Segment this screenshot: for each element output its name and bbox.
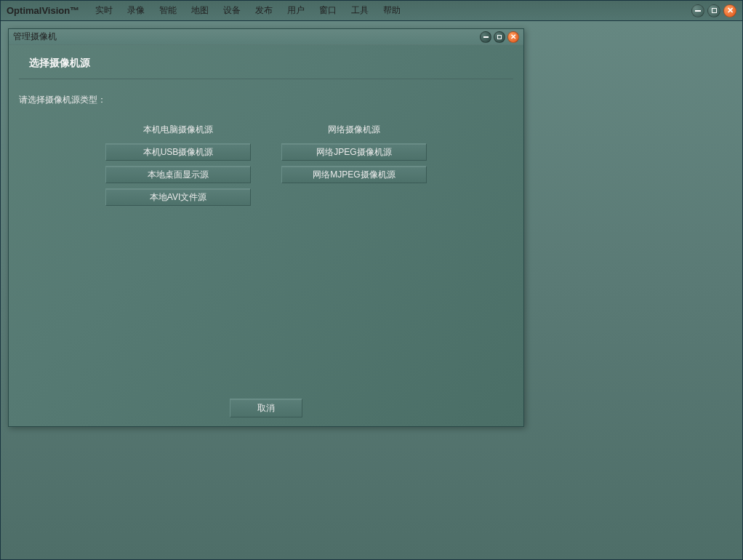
- dialog-content: 请选择摄像机源类型： 本机电脑摄像机源 本机USB摄像机源 本地桌面显示源 本地…: [9, 79, 523, 390]
- maximize-icon: [712, 8, 717, 13]
- menu-intelligence[interactable]: 智能: [152, 4, 184, 17]
- minimize-icon: [483, 36, 489, 38]
- close-icon: ✕: [727, 6, 734, 15]
- menu-map[interactable]: 地图: [184, 4, 216, 17]
- local-usb-camera-button[interactable]: 本机USB摄像机源: [105, 143, 251, 161]
- dialog-maximize-button[interactable]: [494, 31, 505, 43]
- local-column-header: 本机电脑摄像机源: [143, 124, 213, 136]
- menu-realtime[interactable]: 实时: [88, 4, 120, 17]
- source-columns: 本机电脑摄像机源 本机USB摄像机源 本地桌面显示源 本地AVI文件源 网络摄像…: [17, 124, 515, 211]
- maximize-icon: [497, 35, 502, 39]
- cancel-button[interactable]: 取消: [230, 399, 302, 417]
- local-column: 本机电脑摄像机源 本机USB摄像机源 本地桌面显示源 本地AVI文件源: [105, 124, 252, 211]
- dialog-close-button[interactable]: ✕: [507, 31, 519, 43]
- menu-tools[interactable]: 工具: [344, 4, 376, 17]
- local-desktop-display-button[interactable]: 本地桌面显示源: [105, 166, 251, 183]
- app-body: 管理摄像机 ✕ 选择摄像机源: [1, 21, 742, 559]
- dialog-header: 选择摄像机源: [9, 45, 523, 79]
- menu-help[interactable]: 帮助: [376, 4, 408, 17]
- network-jpeg-camera-button[interactable]: 网络JPEG摄像机源: [281, 143, 427, 161]
- app-window: OptimalVision™ 实时 录像 智能 地图 设备 发布 用户 窗口 工…: [0, 0, 743, 560]
- app-minimize-button[interactable]: [691, 4, 704, 17]
- menu-user[interactable]: 用户: [280, 4, 312, 17]
- app-maximize-button[interactable]: [707, 4, 720, 17]
- local-avi-file-button[interactable]: 本地AVI文件源: [105, 188, 251, 206]
- dialog-titlebar: 管理摄像机 ✕: [9, 29, 523, 45]
- title-bar: OptimalVision™ 实时 录像 智能 地图 设备 发布 用户 窗口 工…: [1, 1, 742, 21]
- menu-record[interactable]: 录像: [120, 4, 152, 17]
- camera-manage-dialog: 管理摄像机 ✕ 选择摄像机源: [8, 28, 524, 427]
- menu-window[interactable]: 窗口: [312, 4, 344, 17]
- app-close-button[interactable]: ✕: [723, 4, 736, 17]
- app-title: OptimalVision™: [7, 5, 79, 16]
- menu-device[interactable]: 设备: [216, 4, 248, 17]
- network-column-header: 网络摄像机源: [328, 124, 380, 136]
- network-column: 网络摄像机源 网络JPEG摄像机源 网络MJPEG摄像机源: [281, 124, 427, 211]
- network-mjpeg-camera-button[interactable]: 网络MJPEG摄像机源: [281, 166, 427, 183]
- window-controls: ✕: [691, 4, 736, 17]
- menu-publish[interactable]: 发布: [248, 4, 280, 17]
- dialog-footer: 取消: [9, 390, 523, 426]
- minimize-icon: [695, 10, 701, 12]
- dialog-window-controls: ✕: [480, 31, 519, 43]
- dialog-minimize-button[interactable]: [480, 31, 491, 43]
- prompt-text: 请选择摄像机源类型：: [19, 94, 515, 106]
- dialog-title: 管理摄像机: [13, 31, 57, 43]
- close-icon: ✕: [510, 33, 516, 41]
- dialog-header-title: 选择摄像机源: [29, 57, 503, 70]
